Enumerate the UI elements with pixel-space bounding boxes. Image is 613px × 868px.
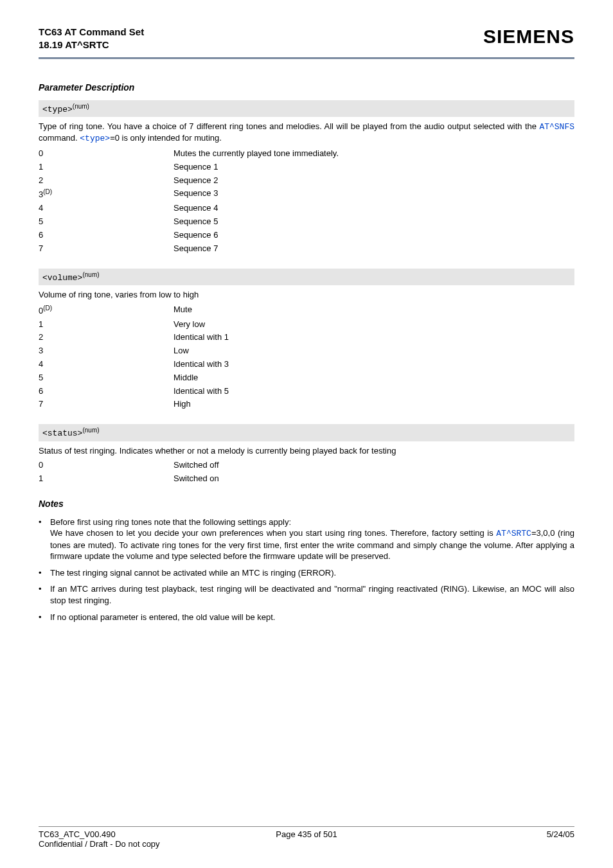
bullet-icon: • — [39, 567, 50, 579]
footer-date: 5/24/05 — [396, 829, 574, 849]
param-rows-volume: 0(D)Mute 1Very low 2Identical with 1 3Lo… — [39, 303, 574, 412]
param-name-code: <type> — [42, 105, 73, 114]
code-ref-atsrtc[interactable]: AT^SRTC — [496, 529, 531, 538]
param-name-sup: (num) — [73, 103, 89, 110]
table-row: 0Mutes the currently played tone immedia… — [39, 147, 574, 161]
table-row: 2Sequence 2 — [39, 174, 574, 188]
row-key: 7 — [39, 244, 43, 253]
param-name-code: <status> — [42, 429, 82, 439]
note-body: Before first using ring tones note that … — [50, 517, 574, 562]
note-text: Before first using ring tones note that … — [50, 517, 291, 527]
row-value: Switched on — [173, 472, 574, 486]
row-key-sup: (D) — [43, 188, 52, 195]
bullet-icon: • — [39, 517, 50, 562]
table-row: 1Sequence 1 — [39, 161, 574, 174]
row-value: Sequence 5 — [173, 215, 574, 229]
table-row: 1Switched on — [39, 472, 574, 486]
row-value: Identical with 5 — [173, 385, 574, 398]
code-ref-type[interactable]: <type> — [80, 134, 110, 143]
param-head-type: <type>(num) — [39, 100, 574, 117]
param-rows-type: 0Mutes the currently played tone immedia… — [39, 147, 574, 256]
table-row: 7Sequence 7 — [39, 242, 574, 256]
header-divider — [39, 57, 574, 59]
table-row: 4Identical with 3 — [39, 358, 574, 371]
param-volume: <volume>(num) Volume of ring tone, varie… — [39, 269, 574, 412]
footer-confidential: Confidential / Draft - Do not copy — [39, 839, 160, 849]
table-row: 1Very low — [39, 318, 574, 332]
note-item: • Before first using ring tones note tha… — [39, 517, 574, 562]
notes-list: • Before first using ring tones note tha… — [39, 517, 574, 623]
row-key-sup: (D) — [43, 305, 52, 312]
table-row: 7High — [39, 398, 574, 411]
row-key: 0 — [39, 460, 43, 470]
param-status: <status>(num) Status of test ringing. In… — [39, 424, 574, 485]
row-key: 1 — [39, 162, 43, 172]
desc-text: command. — [39, 133, 80, 143]
param-type: <type>(num) Type of ring tone. You have … — [39, 100, 574, 256]
row-value: Middle — [173, 371, 574, 385]
row-key: 7 — [39, 399, 43, 409]
footer-page-number: Page 435 of 501 — [217, 829, 396, 849]
param-head-status: <status>(num) — [39, 424, 574, 441]
param-rows-status: 0Switched off 1Switched on — [39, 459, 574, 486]
note-item: • If an MTC arrives during test playback… — [39, 583, 574, 606]
row-key: 1 — [39, 319, 43, 329]
row-key: 4 — [39, 359, 43, 369]
header-left: TC63 AT Command Set 18.19 AT^SRTC — [39, 26, 144, 52]
footer-left: TC63_ATC_V00.490 Confidential / Draft - … — [39, 829, 217, 849]
footer-doc-id: TC63_ATC_V00.490 — [39, 829, 116, 839]
row-key: 6 — [39, 230, 43, 240]
table-row: 6Sequence 6 — [39, 229, 574, 242]
table-row: 5Middle — [39, 371, 574, 385]
row-value: Identical with 3 — [173, 358, 574, 371]
page: TC63 AT Command Set 18.19 AT^SRTC SIEMEN… — [0, 0, 613, 868]
siemens-logo: SIEMENS — [483, 26, 574, 48]
desc-text: =0 is only intended for muting. — [110, 133, 222, 143]
header-section: 18.19 AT^SRTC — [39, 39, 144, 51]
row-value: Sequence 1 — [173, 161, 574, 174]
row-key: 3 — [39, 346, 43, 355]
table-row: 0Switched off — [39, 459, 574, 472]
row-value: Mutes the currently played tone immediat… — [173, 147, 574, 161]
row-value: Very low — [173, 318, 574, 332]
param-desc-status: Status of test ringing. Indicates whethe… — [39, 441, 574, 459]
row-value: Sequence 3 — [173, 187, 574, 202]
desc-text: Type of ring tone. You have a choice of … — [39, 121, 539, 131]
note-text: We have chosen to let you decide your ow… — [50, 528, 496, 538]
row-value: Low — [173, 344, 574, 358]
page-footer: TC63_ATC_V00.490 Confidential / Draft - … — [39, 827, 574, 849]
doc-title: TC63 AT Command Set — [39, 26, 144, 39]
row-value: Sequence 2 — [173, 174, 574, 188]
row-value: Sequence 7 — [173, 242, 574, 256]
row-value: Sequence 6 — [173, 229, 574, 242]
row-key: 2 — [39, 332, 43, 342]
row-key: 5 — [39, 373, 43, 382]
row-key: 6 — [39, 386, 43, 396]
bullet-icon: • — [39, 612, 50, 623]
note-text: If an MTC arrives during test playback, … — [50, 583, 574, 606]
code-ref-atsnfs[interactable]: AT^SNFS — [539, 122, 574, 132]
table-row: 2Identical with 1 — [39, 331, 574, 344]
row-value: Switched off — [173, 459, 574, 472]
row-key: 0 — [39, 148, 43, 158]
param-head-volume: <volume>(num) — [39, 269, 574, 285]
row-value: Sequence 4 — [173, 202, 574, 215]
row-value: Identical with 1 — [173, 331, 574, 344]
row-key: 2 — [39, 175, 43, 185]
note-text: If no optional parameter is entered, the… — [50, 612, 574, 623]
param-desc-volume: Volume of ring tone, varies from low to … — [39, 285, 574, 303]
note-item: • The test ringing signal cannot be acti… — [39, 567, 574, 579]
row-key: 4 — [39, 203, 43, 213]
table-row: 5Sequence 5 — [39, 215, 574, 229]
table-row: 3(D)Sequence 3 — [39, 187, 574, 202]
row-value: Mute — [173, 303, 574, 318]
section-title: Parameter Description — [39, 82, 574, 93]
note-item: • If no optional parameter is entered, t… — [39, 612, 574, 623]
row-key: 1 — [39, 474, 43, 483]
page-header: TC63 AT Command Set 18.19 AT^SRTC SIEMEN… — [39, 26, 574, 52]
bullet-icon: • — [39, 583, 50, 606]
row-key: 5 — [39, 217, 43, 226]
param-name-code: <volume> — [42, 273, 82, 283]
param-desc-type: Type of ring tone. You have a choice of … — [39, 117, 574, 147]
row-value: High — [173, 398, 574, 411]
